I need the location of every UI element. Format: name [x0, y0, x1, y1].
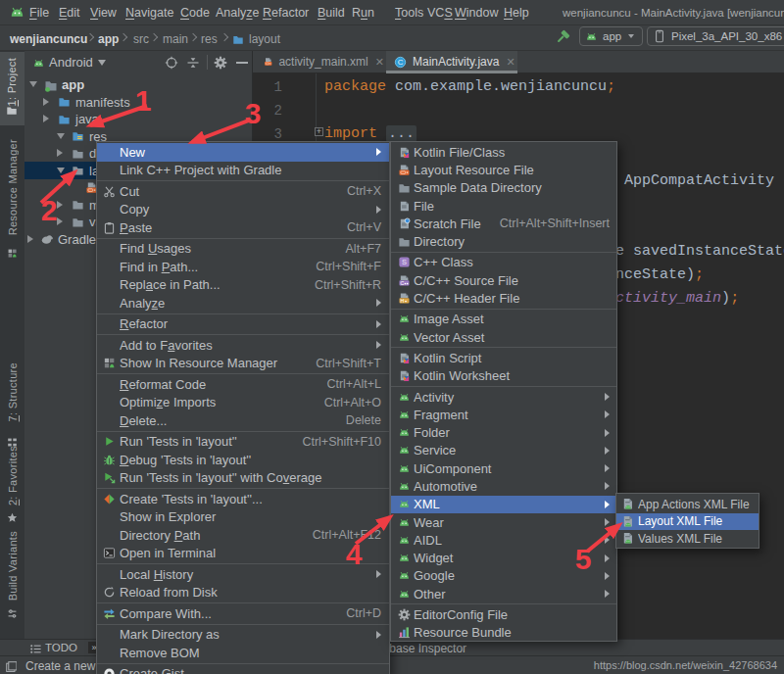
svg-text:H: H — [400, 298, 404, 304]
svg-text:C: C — [400, 279, 404, 285]
svg-text:C: C — [398, 58, 404, 67]
svg-text:S: S — [402, 259, 407, 267]
